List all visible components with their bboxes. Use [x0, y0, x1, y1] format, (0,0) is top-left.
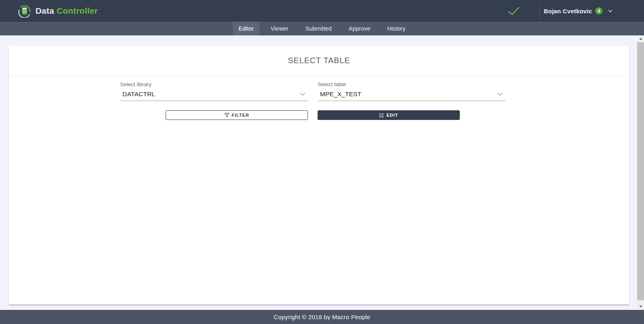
chevron-down-icon	[300, 93, 305, 96]
filter-button-label: FILTER	[232, 113, 249, 118]
table-field: Select table MPE_X_TEST	[318, 81, 505, 101]
select-table-card: SELECT TABLE Select library DATACTRL	[9, 46, 629, 304]
app-root: Data Controller Bojan Cvetkovic 4	[0, 0, 644, 324]
data-controller-logo-icon	[18, 4, 31, 18]
edit-button-label: EDIT	[386, 113, 398, 118]
copyright-text: Copyright © 2018 by Macro People	[274, 314, 370, 320]
library-select-value: DATACTRL	[123, 91, 155, 98]
header-divider	[539, 3, 540, 19]
app-footer: Copyright © 2018 by Macro People	[0, 310, 644, 324]
library-select[interactable]: DATACTRL	[120, 89, 308, 101]
table-field-label: Select table	[318, 81, 505, 87]
select-table-form: Select library DATACTRL Select table	[120, 81, 505, 120]
edit-icon	[379, 113, 384, 118]
library-field-label: Select library	[120, 81, 308, 87]
scrollbar-up-button[interactable]	[637, 35, 644, 42]
filter-icon	[224, 113, 229, 118]
tab-submitted[interactable]: Submitted	[300, 22, 337, 35]
filter-button[interactable]: FILTER	[166, 110, 308, 120]
scrollbar-down-button[interactable]	[637, 303, 644, 310]
content-area: SELECT TABLE Select library DATACTRL	[0, 35, 644, 310]
edit-button[interactable]: EDIT	[318, 110, 460, 120]
user-name: Bojan Cvetkovic	[544, 8, 592, 14]
app-header: Data Controller Bojan Cvetkovic 4	[0, 0, 644, 22]
tab-viewer[interactable]: Viewer	[265, 22, 294, 35]
triangle-up-icon	[639, 38, 642, 40]
scrollbar-thumb[interactable]	[637, 42, 644, 300]
tab-history[interactable]: History	[382, 22, 411, 35]
chevron-down-icon	[497, 93, 503, 96]
tab-approve[interactable]: Approve	[343, 22, 376, 35]
table-select-value: MPE_X_TEST	[320, 91, 361, 98]
tab-editor[interactable]: Editor	[233, 22, 260, 35]
brand-name: Data Controller	[35, 6, 98, 16]
user-menu[interactable]: Bojan Cvetkovic 4	[544, 5, 613, 17]
brand-word-data: Data	[35, 6, 54, 15]
library-field: Select library DATACTRL	[120, 81, 308, 101]
page-title: SELECT TABLE	[9, 46, 629, 76]
user-badge: 4	[595, 7, 602, 14]
triangle-down-icon	[639, 305, 642, 307]
brand-logo[interactable]: Data Controller	[18, 4, 98, 18]
brand-word-controller: Controller	[56, 6, 98, 15]
chevron-down-icon	[608, 10, 613, 12]
main-nav: Editor Viewer Submitted Approve History	[0, 22, 644, 35]
header-right: Bojan Cvetkovic 4	[508, 3, 644, 19]
table-select[interactable]: MPE_X_TEST	[318, 89, 505, 101]
check-icon	[508, 6, 520, 16]
vertical-scrollbar[interactable]	[637, 35, 644, 310]
